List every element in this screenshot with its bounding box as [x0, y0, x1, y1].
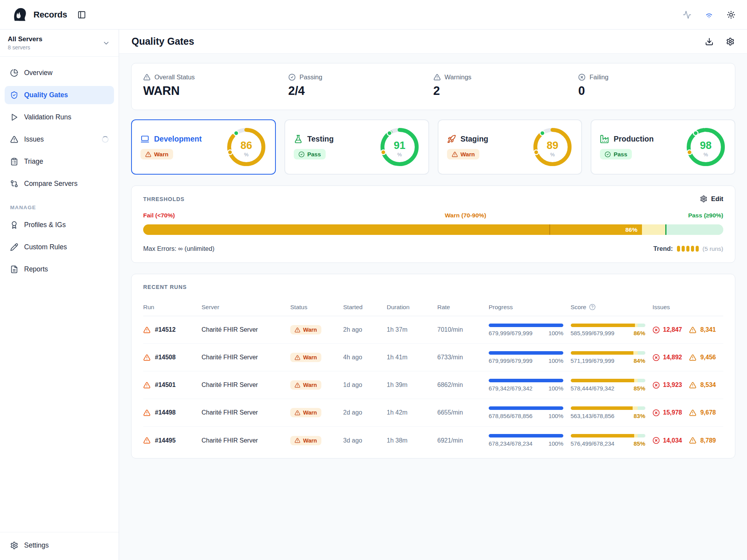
duration-cell: 1h 42m — [387, 409, 437, 416]
connection-status-button[interactable] — [705, 10, 714, 19]
env-name: Testing — [307, 135, 334, 144]
sidebar-item-custom-rules[interactable]: Custom Rules — [5, 238, 114, 256]
rate-cell: 6862/min — [437, 382, 489, 388]
laptop-icon — [140, 135, 149, 144]
column-header-score: Score — [571, 304, 653, 311]
sidebar-item-validation-runs[interactable]: Validation Runs — [5, 108, 114, 126]
sidebar-item-issues[interactable]: Issues — [5, 130, 114, 149]
run-id: #14495 — [155, 437, 175, 444]
progress-bar — [489, 434, 563, 438]
score-text: 576,499/678,234 — [571, 440, 615, 447]
sidebar-item-label: Profiles & IGs — [24, 221, 66, 229]
duration-cell: 1h 39m — [387, 382, 437, 388]
summary-overall-status: Overall StatusWARN — [143, 74, 288, 98]
env-card-production[interactable]: ProductionPass98% — [591, 119, 735, 175]
run-id: #14498 — [155, 409, 175, 416]
topbar-actions — [683, 10, 735, 19]
sun-icon — [727, 10, 735, 19]
pie-chart-icon — [10, 69, 18, 77]
warn-threshold-label: Warn (70-90%) — [445, 212, 486, 219]
sidebar-toggle-button[interactable] — [77, 10, 86, 19]
column-header-started: Started — [343, 304, 387, 311]
settings-button[interactable] — [726, 37, 735, 46]
trend-sparkline — [677, 246, 699, 252]
env-card-testing[interactable]: TestingPass91% — [284, 119, 429, 175]
alert-triangle-icon — [143, 382, 151, 389]
summary-value: 2/4 — [288, 84, 433, 98]
loading-spinner-icon — [102, 136, 109, 143]
warning-count: 8,341 — [700, 326, 716, 333]
svg-text:%: % — [703, 152, 708, 158]
score-gauge: 91% — [379, 127, 420, 167]
progress-bar — [489, 406, 563, 410]
sidebar-item-settings[interactable]: Settings — [5, 536, 114, 555]
started-cell: 2h ago — [343, 326, 387, 333]
sidebar-item-label: Overview — [24, 69, 53, 77]
score-bar — [571, 434, 634, 438]
export-button[interactable] — [705, 37, 714, 46]
score-cell: 585,599/679,99986% — [571, 324, 645, 336]
sidebar-item-label: Settings — [24, 541, 49, 550]
table-row[interactable]: #14495Charité FHIR ServerWarn3d ago1h 38… — [143, 427, 723, 454]
table-row[interactable]: #14512Charité FHIR ServerWarn2h ago1h 37… — [143, 316, 723, 344]
gear-icon — [700, 195, 707, 203]
sidebar-footer: Settings — [0, 532, 119, 560]
table-row[interactable]: #14501Charité FHIR ServerWarn1d ago1h 39… — [143, 371, 723, 399]
server-name: Charité FHIR Server — [202, 326, 290, 333]
progress-text: 679,999/679,999 — [489, 357, 533, 364]
sidebar-item-triage[interactable]: Triage — [5, 152, 114, 171]
env-card-staging[interactable]: StagingWarn89% — [438, 119, 582, 175]
summary-passing: Passing2/4 — [288, 74, 433, 98]
server-selector[interactable]: All Servers 8 servers — [0, 30, 119, 57]
error-count: 15,978 — [663, 409, 682, 416]
progress-pct: 100% — [549, 385, 563, 392]
recent-runs-card: RECENT RUNS RunServerStatusStartedDurati… — [131, 274, 735, 458]
rate-cell: 6655/min — [437, 409, 489, 416]
warning-count: 9,456 — [700, 354, 716, 361]
edit-thresholds-button[interactable]: Edit — [700, 195, 723, 203]
circle-x-icon — [652, 326, 660, 334]
sidebar-item-label: Quality Gates — [24, 91, 68, 99]
alert-triangle-icon — [10, 135, 18, 144]
activity-status-button[interactable] — [683, 10, 691, 19]
status-badge: Warn — [290, 325, 321, 334]
alert-triangle-icon — [689, 437, 696, 444]
theme-toggle-button[interactable] — [727, 10, 735, 19]
progress-cell: 678,234/678,234100% — [489, 434, 563, 447]
issues-cell: 15,9789,678 — [652, 409, 723, 416]
activity-icon — [683, 10, 691, 19]
progress-bar — [489, 324, 563, 327]
score-cell: 571,199/679,99984% — [571, 351, 645, 364]
score-text: 585,599/679,999 — [571, 330, 615, 336]
alert-triangle-icon — [295, 327, 300, 333]
column-header-status: Status — [290, 304, 343, 311]
recent-runs-title: RECENT RUNS — [143, 284, 187, 290]
sidebar-item-profiles-igs[interactable]: Profiles & IGs — [5, 216, 114, 234]
table-row[interactable]: #14508Charité FHIR ServerWarn4h ago1h 41… — [143, 344, 723, 371]
error-count: 12,847 — [663, 326, 682, 333]
threshold-bar-pass-segment — [665, 224, 723, 235]
server-name: Charité FHIR Server — [202, 437, 290, 444]
sidebar-item-label: Custom Rules — [24, 243, 67, 251]
sidebar-item-reports[interactable]: Reports — [5, 260, 114, 278]
progress-pct: 100% — [549, 440, 563, 447]
env-card-development[interactable]: DevelopmentWarn86% — [131, 119, 276, 175]
issues-cell: 14,8929,456 — [652, 354, 723, 361]
pass-threshold-marker — [665, 224, 666, 235]
sidebar-item-compare-servers[interactable]: Compare Servers — [5, 175, 114, 193]
column-header-server: Server — [202, 304, 290, 311]
score-pct: 83% — [633, 413, 645, 419]
table-row[interactable]: #14498Charité FHIR ServerWarn2d ago1h 42… — [143, 399, 723, 427]
sidebar-item-quality-gates[interactable]: Quality Gates — [5, 86, 114, 104]
sidebar-item-label: Validation Runs — [24, 113, 71, 121]
threshold-bar-value-label: 86% — [143, 224, 642, 235]
page-actions — [705, 37, 735, 46]
page-header: Quality Gates — [119, 30, 747, 54]
score-bar — [571, 324, 635, 327]
status-badge: Warn — [290, 380, 321, 390]
progress-cell: 679,999/679,999100% — [489, 324, 563, 336]
status-badge-label: Pass — [307, 151, 321, 158]
summary-label: Passing — [300, 74, 323, 81]
sidebar-item-overview[interactable]: Overview — [5, 64, 114, 82]
summary-label: Warnings — [445, 74, 472, 81]
